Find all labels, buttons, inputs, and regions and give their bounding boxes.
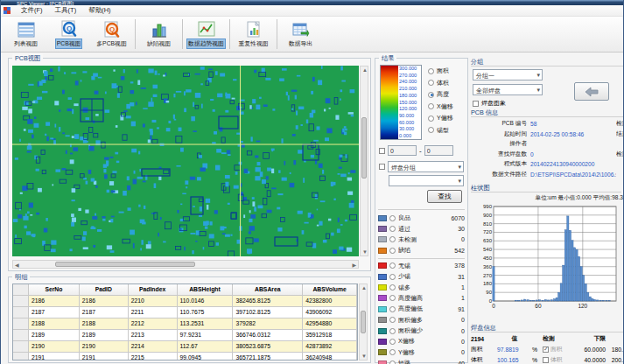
toolbar-button-trend-view[interactable]: 数据趋势视图: [185, 17, 228, 52]
radio-icon[interactable]: [389, 215, 396, 221]
column-header[interactable]: ABSHeight: [178, 284, 234, 295]
radio-icon[interactable]: [389, 236, 396, 242]
radio-icon[interactable]: [389, 262, 396, 269]
range-filter-checkbox[interactable]: [379, 148, 385, 154]
result-count-row[interactable]: 锡多1: [378, 282, 465, 292]
radio-icon[interactable]: [389, 295, 396, 301]
table-cell: 2187: [80, 307, 129, 318]
result-count-row[interactable]: 缺陷542: [378, 245, 465, 256]
menu-help[interactable]: 帮助(H): [83, 5, 116, 16]
range-to-input[interactable]: [424, 145, 453, 156]
result-count-row[interactable]: 未检测0: [378, 234, 465, 245]
pad-metric-name: 面积: [471, 345, 497, 354]
radio-icon[interactable]: [389, 248, 396, 254]
column-header[interactable]: PadIndex: [129, 284, 178, 295]
toolbar-button-repeat-view[interactable]: 重复性视图: [232, 17, 275, 52]
metric-option-体积[interactable]: 体积: [428, 79, 453, 88]
result-count-row[interactable]: 高度偏低91: [378, 304, 465, 314]
pad-info-row: 面积97.8819%面积60.0000180.: [471, 344, 624, 354]
metric-option-高度[interactable]: 高度: [428, 90, 453, 99]
category-count: 0: [461, 317, 465, 323]
radio-icon[interactable]: [389, 328, 396, 334]
category-count: 0: [461, 236, 465, 242]
result-count-row[interactable]: 少锡31: [378, 271, 465, 282]
radio-icon[interactable]: [389, 360, 396, 364]
range-from-input[interactable]: [388, 145, 417, 156]
pcb-vertical-scrollbar[interactable]: ▲ ▼: [360, 66, 368, 256]
metric-option-面积[interactable]: 面积: [428, 66, 453, 75]
category-label: 未检测: [398, 235, 459, 244]
radio-icon[interactable]: [389, 274, 396, 280]
result-count-row[interactable]: 面积偏少0: [378, 326, 465, 336]
radio-icon[interactable]: [389, 284, 396, 290]
category-color-swatch: [378, 226, 387, 232]
detect-checkbox[interactable]: [543, 357, 549, 363]
pad-info-panel: 焊盘信息 2194值检测下限面积97.8819%面积60.0000180.体积1…: [471, 324, 624, 364]
category-label: Y偏移: [398, 348, 459, 357]
detect-checkbox-label: 体积: [550, 355, 563, 364]
result-count-row[interactable]: 高度偏高1: [378, 293, 465, 304]
table-row[interactable]: 218821882212113.253137928242954880: [13, 318, 357, 330]
result-count-row[interactable]: 无锡378: [378, 261, 465, 271]
result-count-row[interactable]: X偏移0: [378, 336, 465, 346]
table-cell: 2190: [80, 341, 129, 352]
pcb-board-canvas[interactable]: [12, 66, 359, 256]
column-header[interactable]: ABSVolume: [303, 284, 357, 295]
metric-option-X偏移[interactable]: X偏移: [428, 102, 453, 111]
menu-file[interactable]: 文件(F): [16, 5, 48, 16]
column-header[interactable]: SerNo: [29, 284, 80, 295]
metric-option-锡型[interactable]: 锡型: [428, 126, 453, 135]
group-select-2[interactable]: 全部焊盘: [473, 84, 543, 95]
radio-icon[interactable]: [389, 306, 396, 312]
table-row[interactable]: 219021902214112.67380523.687542873892: [13, 341, 357, 353]
table-row[interactable]: 218721872211110.7675397102.812543906092: [13, 307, 357, 318]
metric-label: X偏移: [437, 102, 453, 111]
table-row[interactable]: 21912191221599.0945365721.187536240948: [13, 353, 357, 360]
category-color-swatch: [378, 215, 387, 221]
table-cell: 2190: [29, 341, 80, 352]
toolbar-button-multi-pcb-view[interactable]: Q多PCB视图: [90, 17, 133, 52]
pad-group-value-select[interactable]: [389, 175, 464, 186]
pad-image-checkbox[interactable]: [473, 101, 479, 107]
category-label: 短路: [398, 359, 455, 364]
column-header[interactable]: PadID: [80, 284, 129, 295]
svg-text:360: 360: [483, 264, 493, 270]
toolbar-button-pcb-view[interactable]: QPCB视图: [47, 17, 90, 52]
app-icon: [4, 7, 11, 15]
result-count-row[interactable]: 面积偏多0: [378, 315, 465, 326]
back-arrow-button[interactable]: [574, 82, 609, 101]
group-filter-checkbox[interactable]: [379, 164, 385, 170]
find-button[interactable]: 查找: [427, 190, 462, 203]
radio-icon[interactable]: [389, 317, 396, 323]
pcb-horizontal-scrollbar[interactable]: ◀ ▶: [12, 260, 359, 269]
menu-tools[interactable]: 工具(T): [50, 5, 82, 16]
group-select-1[interactable]: 分组一: [473, 69, 543, 80]
table-cell: 110.0146: [178, 296, 234, 306]
result-count-row[interactable]: 通过30: [378, 223, 465, 234]
svg-text:270: 270: [483, 273, 493, 278]
table-row[interactable]: 21892189221397.9231366746.031235912918: [13, 330, 357, 341]
toolbar-button-export[interactable]: 数据导出: [279, 17, 322, 52]
radio-icon[interactable]: [389, 226, 396, 232]
toolbar-button-defect-view[interactable]: 缺陷视图: [137, 17, 180, 52]
info-value: 0: [530, 151, 616, 158]
toolbar-separator: [277, 19, 277, 49]
toolbar-button-list-view[interactable]: 列表视图: [4, 17, 47, 52]
result-count-row[interactable]: 短路40: [378, 358, 465, 364]
table-row[interactable]: 218621862210110.0146382465.812542382800: [13, 296, 357, 307]
pad-group-select[interactable]: 焊盘分组: [388, 161, 464, 172]
column-header[interactable]: ABSArea: [233, 284, 303, 295]
radio-icon[interactable]: [389, 349, 396, 355]
radio-icon[interactable]: [389, 339, 396, 345]
detect-checkbox[interactable]: [543, 346, 549, 353]
category-color-swatch: [378, 306, 387, 312]
result-count-row[interactable]: Y偏移0: [378, 347, 465, 358]
detail-table-scrollbar[interactable]: ▲ ▼: [359, 284, 368, 360]
category-color-swatch: [378, 236, 387, 242]
metric-option-Y偏移[interactable]: Y偏移: [428, 114, 453, 122]
result-count-row[interactable]: 良品6070: [378, 213, 465, 223]
group-panel: 分组 分组一 全部焊盘 焊盘图象: [471, 58, 624, 107]
detail-table[interactable]: SerNoPadIDPadIndexABSHeightABSAreaABSVol…: [12, 284, 358, 360]
pcb-info-row: PCB 编号58检测: [471, 119, 624, 130]
table-cell: 2188: [29, 318, 80, 329]
